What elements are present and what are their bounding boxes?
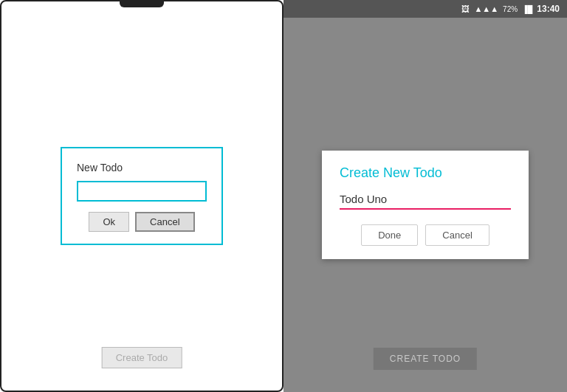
- right-dialog-buttons: Done Cancel: [340, 224, 511, 246]
- image-icon: 🖼: [461, 4, 470, 13]
- left-cancel-button[interactable]: Cancel: [135, 212, 194, 232]
- right-cancel-button[interactable]: Cancel: [425, 224, 489, 246]
- phone-notch: [120, 0, 164, 7]
- status-time: 13:40: [537, 4, 560, 14]
- left-panel: New Todo Ok Cancel Create Todo: [0, 0, 284, 392]
- left-dialog-title: New Todo: [77, 162, 207, 173]
- left-todo-input[interactable]: [77, 181, 207, 202]
- status-bar: 🖼 ▲▲▲ 72% ▐█ 13:40: [284, 0, 567, 18]
- left-dialog-buttons: Ok Cancel: [77, 212, 207, 232]
- battery-percent: 72%: [503, 5, 518, 13]
- right-panel: 🖼 ▲▲▲ 72% ▐█ 13:40 Create New Todo Todo …: [284, 0, 567, 392]
- battery-icon: ▐█: [522, 5, 532, 13]
- right-content: Create New Todo Todo Uno Done Cancel CRE…: [284, 18, 567, 392]
- left-dialog: New Todo Ok Cancel: [61, 147, 223, 245]
- right-create-todo-button[interactable]: CREATE TODO: [374, 348, 477, 370]
- left-ok-button[interactable]: Ok: [89, 212, 129, 232]
- right-todo-input-value[interactable]: Todo Uno: [340, 193, 511, 208]
- signal-icon: ▲▲▲: [474, 4, 498, 13]
- right-done-button[interactable]: Done: [361, 224, 418, 246]
- right-input-wrapper: Todo Uno: [340, 193, 511, 210]
- right-dialog: Create New Todo Todo Uno Done Cancel: [322, 151, 529, 259]
- right-dialog-title: Create New Todo: [340, 165, 511, 181]
- left-create-todo-button[interactable]: Create Todo: [102, 347, 182, 368]
